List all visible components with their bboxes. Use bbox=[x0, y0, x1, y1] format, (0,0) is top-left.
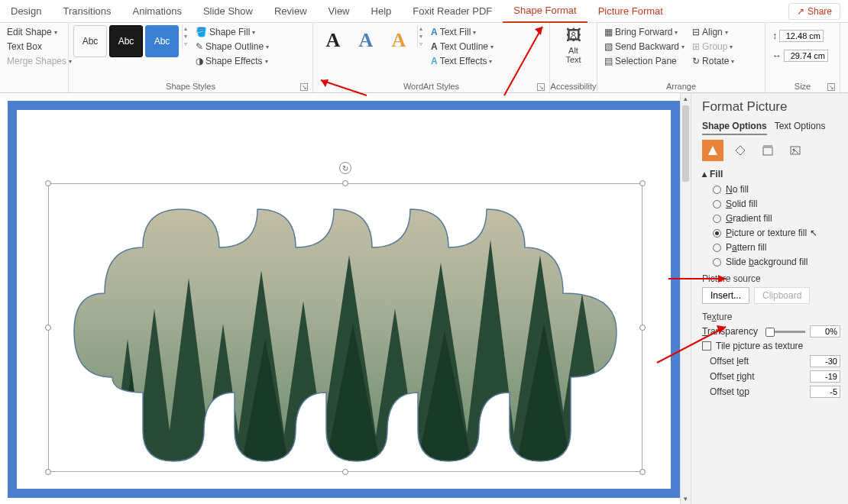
share-icon: ↗ bbox=[797, 6, 804, 17]
send-backward-button[interactable]: ▧Send Backward▾ bbox=[602, 40, 687, 53]
fill-line-icon[interactable] bbox=[702, 140, 723, 161]
share-button[interactable]: ↗ Share bbox=[788, 3, 840, 20]
tab-picture-format[interactable]: Picture Format bbox=[587, 0, 674, 23]
edit-shape-button[interactable]: Edit Shape▾ bbox=[5, 25, 60, 39]
shape-styles-launcher[interactable]: ↘ bbox=[300, 83, 308, 91]
slide-area[interactable]: ↻ bbox=[0, 93, 680, 504]
shape-effects-button[interactable]: ◑Shape Effects▾ bbox=[193, 54, 271, 68]
tab-foxit[interactable]: Foxit Reader PDF bbox=[402, 0, 503, 23]
width-field[interactable]: ↔ bbox=[770, 48, 830, 63]
size-launcher[interactable]: ↘ bbox=[827, 83, 835, 91]
scroll-up[interactable]: ▴ bbox=[681, 93, 691, 104]
width-input[interactable] bbox=[784, 50, 828, 62]
text-effects-button[interactable]: AText Effects▾ bbox=[429, 54, 496, 68]
gallery-more[interactable]: ▿ bbox=[184, 40, 187, 47]
handle-bm[interactable] bbox=[342, 469, 348, 475]
offset-right-input[interactable] bbox=[810, 370, 840, 383]
selected-shape[interactable]: ↻ bbox=[51, 186, 639, 469]
rotate-button[interactable]: ↻Rotate▾ bbox=[690, 54, 736, 68]
pane-title: Format Picture bbox=[702, 99, 840, 115]
text-box-label: Text Box bbox=[7, 41, 42, 52]
height-input[interactable] bbox=[779, 30, 824, 42]
rotate-handle[interactable]: ↻ bbox=[339, 162, 351, 174]
handle-mr[interactable] bbox=[639, 325, 646, 331]
wordart-launcher[interactable]: ↘ bbox=[537, 83, 545, 91]
fill-section-toggle[interactable]: ▴Fill bbox=[702, 169, 840, 179]
pane-tabs: Shape Options Text Options bbox=[702, 121, 840, 135]
group-label-insert bbox=[5, 82, 63, 91]
wa-more[interactable]: ▿ bbox=[419, 40, 422, 47]
tab-review[interactable]: Review bbox=[264, 0, 318, 23]
text-options-tab[interactable]: Text Options bbox=[775, 121, 826, 135]
handle-br[interactable] bbox=[639, 469, 646, 475]
tab-shape-format[interactable]: Shape Format bbox=[503, 0, 587, 23]
scroll-down[interactable]: ▾ bbox=[681, 493, 691, 504]
align-button[interactable]: ⊟Align▾ bbox=[690, 25, 736, 39]
selection-pane-label: Selection Pane bbox=[615, 56, 677, 66]
tab-animations[interactable]: Animations bbox=[122, 0, 193, 23]
align-label: Align bbox=[702, 27, 723, 37]
style-swatch-2[interactable]: Abc bbox=[109, 25, 143, 57]
shape-options-tab[interactable]: Shape Options bbox=[702, 121, 767, 135]
picture-fill-radio[interactable]: Picture or texture fill↖ bbox=[713, 228, 840, 238]
group-arrange: ▦Bring Forward▾ ▧Send Backward▾ ▤Selecti… bbox=[597, 23, 765, 92]
tab-design[interactable]: Design bbox=[0, 0, 52, 23]
slide-bg-fill-radio[interactable]: Slide background fill bbox=[713, 257, 840, 267]
wordart-1[interactable]: A bbox=[318, 25, 348, 56]
tab-transitions[interactable]: Transitions bbox=[52, 0, 121, 23]
shape-style-gallery[interactable]: Abc Abc Abc bbox=[73, 25, 179, 57]
handle-bl[interactable] bbox=[45, 469, 51, 475]
wordart-2[interactable]: A bbox=[351, 25, 381, 56]
solid-fill-radio[interactable]: Solid fill bbox=[713, 199, 840, 209]
group-label-size: Size↘ bbox=[770, 82, 835, 91]
wordart-3[interactable]: A bbox=[384, 25, 414, 56]
style-swatch-3[interactable]: Abc bbox=[145, 25, 179, 57]
vertical-scrollbar[interactable]: ▴ ▾ bbox=[680, 93, 691, 504]
send-backward-label: Send Backward bbox=[615, 41, 679, 52]
shape-outline-button[interactable]: ✎Shape Outline▾ bbox=[193, 40, 271, 53]
fill-options: No fill Solid fill Gradient fill Picture… bbox=[713, 184, 840, 267]
style-swatch-1[interactable]: Abc bbox=[73, 25, 107, 57]
wa-down[interactable]: ▾ bbox=[419, 33, 422, 40]
handle-tr[interactable] bbox=[639, 180, 646, 186]
fill-section-label: Fill bbox=[710, 169, 723, 179]
shape-fill-button[interactable]: 🪣Shape Fill▾ bbox=[193, 25, 271, 39]
gradient-fill-radio[interactable]: Gradient fill bbox=[713, 213, 840, 224]
wordart-gallery[interactable]: A A A bbox=[318, 25, 414, 56]
text-outline-button[interactable]: AText Outline▾ bbox=[429, 40, 496, 53]
offset-top-input[interactable] bbox=[810, 386, 840, 398]
effects-icon: ◑ bbox=[196, 56, 203, 66]
transparency-slider[interactable] bbox=[765, 331, 805, 333]
gallery-down[interactable]: ▾ bbox=[184, 33, 187, 40]
insert-picture-button[interactable]: Insert... bbox=[702, 287, 749, 304]
text-box-button[interactable]: Text Box bbox=[5, 40, 44, 53]
pane-icon-tabs bbox=[702, 140, 840, 161]
tile-checkbox[interactable]: Tile picture as texture bbox=[702, 341, 840, 351]
rotate-label: Rotate bbox=[702, 56, 729, 66]
selection-pane-button[interactable]: ▤Selection Pane bbox=[602, 54, 687, 68]
no-fill-radio[interactable]: No fill bbox=[713, 184, 840, 195]
alt-text-icon: 🖼 bbox=[566, 27, 581, 44]
alt-text-button[interactable]: 🖼 AltText bbox=[561, 25, 585, 66]
slide-canvas[interactable]: ↻ bbox=[8, 101, 680, 498]
text-fill-button[interactable]: AText Fill▾ bbox=[429, 25, 496, 39]
wa-up[interactable]: ▴ bbox=[419, 25, 422, 32]
tab-slideshow[interactable]: Slide Show bbox=[193, 0, 264, 23]
gallery-up[interactable]: ▴ bbox=[184, 25, 187, 32]
handle-tl[interactable] bbox=[45, 180, 51, 186]
size-pane-icon[interactable] bbox=[757, 140, 778, 161]
effects-pane-icon[interactable] bbox=[730, 140, 751, 161]
offset-left-input[interactable] bbox=[810, 355, 840, 367]
height-field[interactable]: ↕ bbox=[770, 28, 826, 44]
tab-view[interactable]: View bbox=[318, 0, 361, 23]
pattern-fill-radio[interactable]: Pattern fill bbox=[713, 242, 840, 253]
transparency-input[interactable] bbox=[810, 325, 840, 338]
bring-forward-button[interactable]: ▦Bring Forward▾ bbox=[602, 25, 687, 39]
handle-ml[interactable] bbox=[45, 325, 51, 331]
picture-pane-icon[interactable] bbox=[785, 140, 806, 161]
handle-tm[interactable] bbox=[342, 180, 348, 186]
tab-help[interactable]: Help bbox=[361, 0, 403, 23]
offset-top-row: Offset top bbox=[702, 386, 840, 398]
scroll-thumb[interactable] bbox=[682, 105, 689, 182]
ribbon: Edit Shape▾ Text Box Merge Shapes▾ Abc A… bbox=[0, 23, 848, 93]
